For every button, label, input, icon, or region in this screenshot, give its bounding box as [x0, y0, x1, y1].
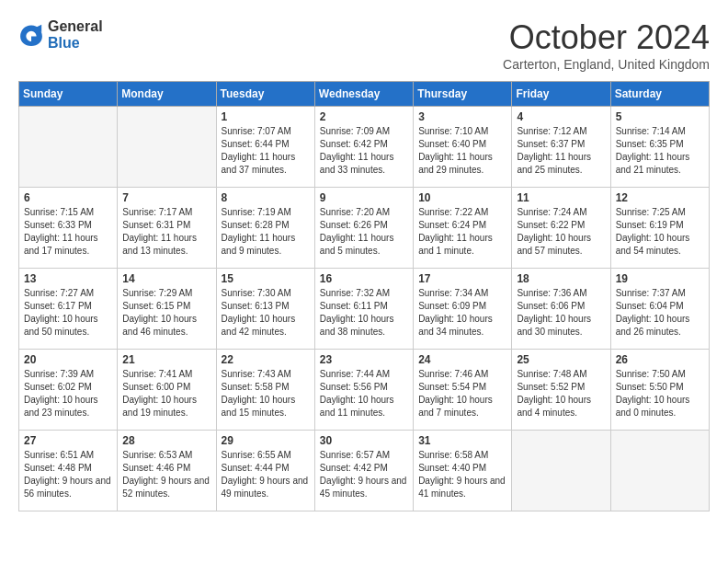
day-number: 29 — [222, 434, 310, 447]
day-info: Sunrise: 7:48 AM Sunset: 5:52 PM Dayligh… — [517, 368, 605, 419]
logo-general: General — [48, 18, 103, 35]
day-number: 22 — [222, 353, 310, 366]
calendar-cell: 31Sunrise: 6:58 AM Sunset: 4:40 PM Dayli… — [414, 431, 512, 511]
day-info: Sunrise: 6:51 AM Sunset: 4:48 PM Dayligh… — [24, 449, 112, 500]
calendar-cell: 4Sunrise: 7:12 AM Sunset: 6:37 PM Daylig… — [512, 107, 610, 188]
calendar-header-row: SundayMondayTuesdayWednesdayThursdayFrid… — [19, 82, 710, 107]
day-info: Sunrise: 7:25 AM Sunset: 6:19 PM Dayligh… — [616, 206, 704, 258]
day-info: Sunrise: 7:39 AM Sunset: 6:02 PM Dayligh… — [24, 368, 112, 419]
calendar-cell: 7Sunrise: 7:17 AM Sunset: 6:31 PM Daylig… — [118, 188, 216, 269]
header-monday: Monday — [118, 82, 216, 107]
calendar-cell: 9Sunrise: 7:20 AM Sunset: 6:26 PM Daylig… — [314, 188, 413, 269]
location-subtitle: Carterton, England, United Kingdom — [503, 57, 710, 72]
day-info: Sunrise: 7:19 AM Sunset: 6:28 PM Dayligh… — [222, 206, 310, 258]
calendar-cell: 20Sunrise: 7:39 AM Sunset: 6:02 PM Dayli… — [19, 350, 118, 431]
day-number: 19 — [616, 272, 704, 285]
day-number: 28 — [122, 434, 210, 447]
day-info: Sunrise: 6:57 AM Sunset: 4:42 PM Dayligh… — [320, 449, 408, 500]
calendar-cell: 21Sunrise: 7:41 AM Sunset: 6:00 PM Dayli… — [118, 350, 216, 431]
day-info: Sunrise: 7:27 AM Sunset: 6:17 PM Dayligh… — [24, 287, 112, 339]
calendar-cell: 8Sunrise: 7:19 AM Sunset: 6:28 PM Daylig… — [216, 188, 314, 269]
week-row-5: 27Sunrise: 6:51 AM Sunset: 4:48 PM Dayli… — [19, 431, 710, 511]
calendar-cell: 10Sunrise: 7:22 AM Sunset: 6:24 PM Dayli… — [414, 188, 512, 269]
day-number: 24 — [418, 353, 506, 366]
logo-blue: Blue — [48, 35, 103, 52]
calendar-cell: 30Sunrise: 6:57 AM Sunset: 4:42 PM Dayli… — [314, 431, 413, 511]
day-number: 23 — [320, 353, 408, 366]
calendar-cell: 14Sunrise: 7:29 AM Sunset: 6:15 PM Dayli… — [118, 269, 216, 350]
calendar-cell: 2Sunrise: 7:09 AM Sunset: 6:42 PM Daylig… — [314, 107, 413, 188]
calendar-cell: 11Sunrise: 7:24 AM Sunset: 6:22 PM Dayli… — [512, 188, 610, 269]
calendar-cell: 27Sunrise: 6:51 AM Sunset: 4:48 PM Dayli… — [19, 431, 118, 511]
day-number: 14 — [122, 272, 210, 285]
day-info: Sunrise: 7:20 AM Sunset: 6:26 PM Dayligh… — [320, 206, 408, 258]
week-row-1: 1Sunrise: 7:07 AM Sunset: 6:44 PM Daylig… — [19, 107, 710, 188]
day-number: 18 — [517, 272, 605, 285]
day-info: Sunrise: 7:34 AM Sunset: 6:09 PM Dayligh… — [418, 287, 506, 339]
calendar-cell: 16Sunrise: 7:32 AM Sunset: 6:11 PM Dayli… — [314, 269, 413, 350]
calendar-cell — [512, 431, 610, 511]
calendar-cell: 18Sunrise: 7:36 AM Sunset: 6:06 PM Dayli… — [512, 269, 610, 350]
logo-icon — [18, 22, 44, 48]
day-info: Sunrise: 7:36 AM Sunset: 6:06 PM Dayligh… — [517, 287, 605, 339]
week-row-3: 13Sunrise: 7:27 AM Sunset: 6:17 PM Dayli… — [19, 269, 710, 350]
day-info: Sunrise: 6:58 AM Sunset: 4:40 PM Dayligh… — [418, 449, 506, 500]
logo: General Blue — [18, 18, 103, 51]
calendar-cell: 28Sunrise: 6:53 AM Sunset: 4:46 PM Dayli… — [118, 431, 216, 511]
header-saturday: Saturday — [610, 82, 709, 107]
calendar-cell: 23Sunrise: 7:44 AM Sunset: 5:56 PM Dayli… — [314, 350, 413, 431]
day-info: Sunrise: 7:10 AM Sunset: 6:40 PM Dayligh… — [418, 125, 506, 177]
month-title: October 2024 — [503, 18, 710, 57]
day-number: 12 — [616, 191, 704, 204]
day-number: 25 — [517, 353, 605, 366]
calendar-cell: 15Sunrise: 7:30 AM Sunset: 6:13 PM Dayli… — [216, 269, 314, 350]
calendar-cell: 17Sunrise: 7:34 AM Sunset: 6:09 PM Dayli… — [414, 269, 512, 350]
header-thursday: Thursday — [414, 82, 512, 107]
day-number: 7 — [122, 191, 210, 204]
day-number: 10 — [418, 191, 506, 204]
header-tuesday: Tuesday — [216, 82, 314, 107]
day-number: 17 — [418, 272, 506, 285]
calendar-cell — [610, 431, 709, 511]
day-number: 30 — [320, 434, 408, 447]
calendar-cell: 5Sunrise: 7:14 AM Sunset: 6:35 PM Daylig… — [610, 107, 709, 188]
day-info: Sunrise: 6:55 AM Sunset: 4:44 PM Dayligh… — [222, 449, 310, 500]
day-info: Sunrise: 7:46 AM Sunset: 5:54 PM Dayligh… — [418, 368, 506, 419]
day-info: Sunrise: 7:30 AM Sunset: 6:13 PM Dayligh… — [222, 287, 310, 339]
calendar-cell: 1Sunrise: 7:07 AM Sunset: 6:44 PM Daylig… — [216, 107, 314, 188]
day-info: Sunrise: 7:17 AM Sunset: 6:31 PM Dayligh… — [122, 206, 210, 258]
day-number: 31 — [418, 434, 506, 447]
week-row-2: 6Sunrise: 7:15 AM Sunset: 6:33 PM Daylig… — [19, 188, 710, 269]
title-section: October 2024 Carterton, England, United … — [503, 18, 710, 72]
day-info: Sunrise: 7:37 AM Sunset: 6:04 PM Dayligh… — [616, 287, 704, 339]
calendar-cell: 19Sunrise: 7:37 AM Sunset: 6:04 PM Dayli… — [610, 269, 709, 350]
calendar-cell: 6Sunrise: 7:15 AM Sunset: 6:33 PM Daylig… — [19, 188, 118, 269]
day-info: Sunrise: 7:29 AM Sunset: 6:15 PM Dayligh… — [122, 287, 210, 339]
day-info: Sunrise: 7:50 AM Sunset: 5:50 PM Dayligh… — [616, 368, 704, 419]
calendar-cell: 13Sunrise: 7:27 AM Sunset: 6:17 PM Dayli… — [19, 269, 118, 350]
day-info: Sunrise: 7:09 AM Sunset: 6:42 PM Dayligh… — [320, 125, 408, 177]
header-wednesday: Wednesday — [314, 82, 413, 107]
day-number: 26 — [616, 353, 704, 366]
day-number: 16 — [320, 272, 408, 285]
calendar-cell: 29Sunrise: 6:55 AM Sunset: 4:44 PM Dayli… — [216, 431, 314, 511]
day-info: Sunrise: 7:14 AM Sunset: 6:35 PM Dayligh… — [616, 125, 704, 177]
calendar-cell — [118, 107, 216, 188]
day-number: 1 — [222, 110, 310, 123]
day-info: Sunrise: 7:44 AM Sunset: 5:56 PM Dayligh… — [320, 368, 408, 419]
day-info: Sunrise: 7:22 AM Sunset: 6:24 PM Dayligh… — [418, 206, 506, 258]
day-number: 8 — [222, 191, 310, 204]
day-number: 2 — [320, 110, 408, 123]
day-number: 11 — [517, 191, 605, 204]
day-info: Sunrise: 7:32 AM Sunset: 6:11 PM Dayligh… — [320, 287, 408, 339]
calendar-cell: 26Sunrise: 7:50 AM Sunset: 5:50 PM Dayli… — [610, 350, 709, 431]
logo-text: General Blue — [48, 18, 103, 51]
day-info: Sunrise: 7:12 AM Sunset: 6:37 PM Dayligh… — [517, 125, 605, 177]
calendar-cell — [19, 107, 118, 188]
day-number: 15 — [222, 272, 310, 285]
calendar-cell: 24Sunrise: 7:46 AM Sunset: 5:54 PM Dayli… — [414, 350, 512, 431]
day-info: Sunrise: 7:15 AM Sunset: 6:33 PM Dayligh… — [24, 206, 112, 258]
day-number: 3 — [418, 110, 506, 123]
day-info: Sunrise: 7:41 AM Sunset: 6:00 PM Dayligh… — [122, 368, 210, 419]
day-number: 20 — [24, 353, 112, 366]
